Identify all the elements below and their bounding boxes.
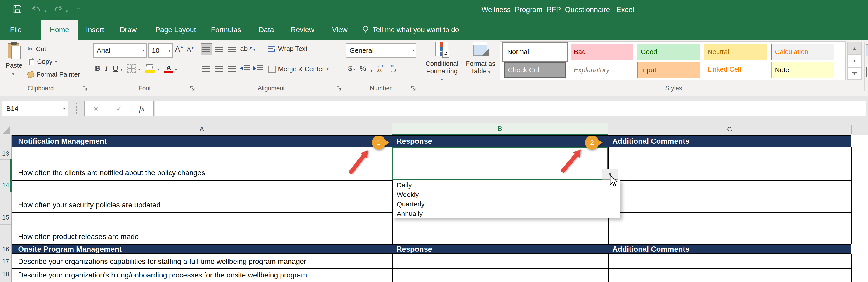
merge-center-button[interactable]: ↔ Merge & Center ▾ bbox=[268, 65, 329, 73]
redo-dropdown-icon[interactable]: ▾ bbox=[66, 9, 68, 13]
number-format-select[interactable]: General▾ bbox=[346, 43, 416, 58]
paste-button[interactable]: Paste ▾ bbox=[3, 43, 25, 83]
row-header-18[interactable]: 18 bbox=[0, 271, 11, 278]
orientation-button[interactable]: ab↗▾ bbox=[240, 45, 255, 53]
align-left-button[interactable] bbox=[201, 64, 212, 75]
undo-dropdown-icon[interactable]: ▾ bbox=[44, 9, 46, 13]
section-header-row-17[interactable]: Onsite Program Management Response Addit… bbox=[12, 244, 851, 254]
tab-view[interactable]: View bbox=[327, 20, 352, 39]
column-header-a[interactable]: A bbox=[12, 123, 392, 135]
column-header-b[interactable]: B bbox=[392, 123, 608, 135]
alignment-dialog-launcher[interactable] bbox=[336, 85, 342, 92]
row-header-17[interactable]: 17 bbox=[0, 258, 11, 265]
cancel-icon[interactable]: ✕ bbox=[93, 105, 99, 113]
select-all-corner[interactable] bbox=[3, 126, 10, 134]
number-dialog-launcher[interactable] bbox=[410, 85, 417, 92]
tab-formulas[interactable]: Formulas bbox=[208, 20, 244, 39]
name-box[interactable]: B14 ▾ bbox=[2, 101, 68, 116]
style-calculation[interactable]: Calculation bbox=[771, 44, 834, 60]
comma-style-button[interactable]: , bbox=[371, 64, 373, 73]
increase-decimal-button[interactable]: ←.0.00 bbox=[377, 64, 384, 73]
tab-home[interactable]: Home bbox=[41, 20, 78, 39]
customize-quick-access-icon[interactable]: ≂ bbox=[76, 5, 80, 11]
tab-insert[interactable]: Insert bbox=[81, 20, 108, 39]
dropdown-option-weekly[interactable]: Weekly bbox=[393, 190, 620, 199]
fill-color-button[interactable] bbox=[145, 64, 155, 73]
accounting-format-button[interactable]: $ ▾ bbox=[348, 64, 355, 73]
section-header-row-13[interactable]: Notification Management Response Additio… bbox=[12, 135, 851, 147]
increase-indent-button[interactable] bbox=[253, 65, 263, 72]
question-cell-a15[interactable]: How often your security policies are upd… bbox=[18, 201, 160, 209]
format-painter-button[interactable]: Format Painter bbox=[28, 71, 80, 78]
font-color-dropdown-icon[interactable]: ▾ bbox=[175, 67, 177, 72]
save-icon[interactable] bbox=[13, 4, 22, 15]
undo-icon[interactable] bbox=[31, 4, 41, 15]
style-explanatory[interactable]: Explanatory ... bbox=[570, 62, 633, 78]
gallery-scroll-down-button[interactable]: ▼ bbox=[847, 55, 862, 67]
style-bad[interactable]: Bad bbox=[570, 44, 633, 60]
wrap-text-button[interactable]: ↩ Wrap Text bbox=[268, 45, 307, 53]
style-normal[interactable]: Normal bbox=[504, 44, 566, 60]
style-note[interactable]: Note bbox=[771, 62, 834, 78]
shrink-font-button[interactable]: A▼ bbox=[187, 46, 194, 53]
percent-style-button[interactable]: % bbox=[360, 64, 366, 73]
bold-button[interactable]: B bbox=[95, 64, 100, 73]
column-header-c[interactable]: C bbox=[608, 123, 851, 135]
dropdown-option-quarterly[interactable]: Quarterly bbox=[393, 199, 620, 209]
copy-button[interactable]: Copy ▾ bbox=[28, 58, 57, 65]
middle-align-button[interactable] bbox=[213, 43, 225, 55]
underline-button[interactable]: U bbox=[113, 64, 118, 73]
decrease-indent-button[interactable] bbox=[240, 65, 250, 72]
insert-function-icon[interactable]: fx bbox=[139, 104, 145, 113]
copy-dropdown-icon[interactable]: ▾ bbox=[55, 59, 57, 64]
merge-center-dropdown-icon[interactable]: ▾ bbox=[327, 67, 329, 72]
question-cell-a14[interactable]: How often the clients are notified about… bbox=[18, 169, 205, 177]
align-right-button[interactable] bbox=[226, 64, 237, 75]
question-cell-a19[interactable]: Describe your organization's hiring/onbo… bbox=[18, 271, 307, 279]
tell-me-box[interactable]: Tell me what you want to do bbox=[362, 20, 459, 39]
bottom-align-button[interactable] bbox=[226, 43, 237, 55]
question-cell-a18[interactable]: Describe your organizations capabilities… bbox=[18, 257, 306, 266]
style-check-cell[interactable]: Check Cell bbox=[504, 62, 566, 78]
italic-button[interactable]: I bbox=[105, 64, 108, 73]
accounting-dropdown-icon[interactable]: ▾ bbox=[352, 67, 355, 72]
style-input[interactable]: Input bbox=[638, 62, 700, 78]
tab-draw[interactable]: Draw bbox=[116, 20, 141, 39]
conditional-formatting-button[interactable]: ≠ ConditionalFormatting ▾ bbox=[425, 42, 459, 82]
row-header-15[interactable]: 15 bbox=[0, 214, 11, 221]
font-color-button[interactable]: A bbox=[164, 64, 173, 73]
gallery-scroll-up-button[interactable]: ▲ bbox=[847, 42, 862, 55]
redo-icon[interactable] bbox=[53, 4, 63, 15]
tab-file[interactable]: File bbox=[2, 20, 29, 39]
style-linked-cell[interactable]: Linked Cell bbox=[704, 62, 767, 78]
paste-dropdown-icon[interactable]: ▾ bbox=[12, 72, 14, 76]
font-size-select[interactable]: 10▾ bbox=[148, 43, 173, 58]
enter-icon[interactable]: ✓ bbox=[116, 104, 122, 113]
dropdown-option-annually[interactable]: Annually bbox=[393, 209, 620, 218]
top-align-button[interactable] bbox=[201, 43, 212, 55]
name-box-dropdown-icon[interactable]: ▾ bbox=[63, 106, 65, 111]
style-neutral[interactable]: Neutral bbox=[704, 44, 767, 60]
decrease-decimal-button[interactable]: .00→.0 bbox=[389, 64, 396, 73]
tab-page-layout[interactable]: Page Layout bbox=[150, 20, 202, 39]
tab-review[interactable]: Review bbox=[287, 20, 318, 39]
gallery-more-button[interactable]: ▼ bbox=[847, 67, 862, 80]
formula-bar-handle[interactable] bbox=[76, 103, 77, 114]
font-dialog-launcher[interactable] bbox=[189, 85, 196, 92]
tab-data[interactable]: Data bbox=[255, 20, 278, 39]
formula-input[interactable] bbox=[155, 101, 866, 116]
align-center-button[interactable] bbox=[213, 64, 225, 75]
row-header-14[interactable]: 14 bbox=[0, 182, 11, 189]
row-header-16[interactable]: 16 bbox=[0, 246, 11, 253]
question-cell-a16[interactable]: How often product releases are made bbox=[18, 232, 139, 241]
style-good[interactable]: Good bbox=[638, 44, 700, 60]
clipboard-dialog-launcher[interactable] bbox=[82, 85, 88, 92]
font-family-select[interactable]: Arial▾ bbox=[93, 43, 147, 58]
dropdown-option-daily[interactable]: Daily bbox=[393, 180, 620, 190]
row-header-13[interactable]: 13 bbox=[0, 150, 11, 157]
borders-icon[interactable] bbox=[127, 64, 136, 73]
fill-color-dropdown-icon[interactable]: ▾ bbox=[157, 67, 159, 72]
underline-dropdown-icon[interactable]: ▾ bbox=[121, 67, 123, 72]
borders-dropdown-icon[interactable]: ▾ bbox=[138, 67, 140, 72]
grow-font-button[interactable]: A▲ bbox=[175, 45, 184, 53]
